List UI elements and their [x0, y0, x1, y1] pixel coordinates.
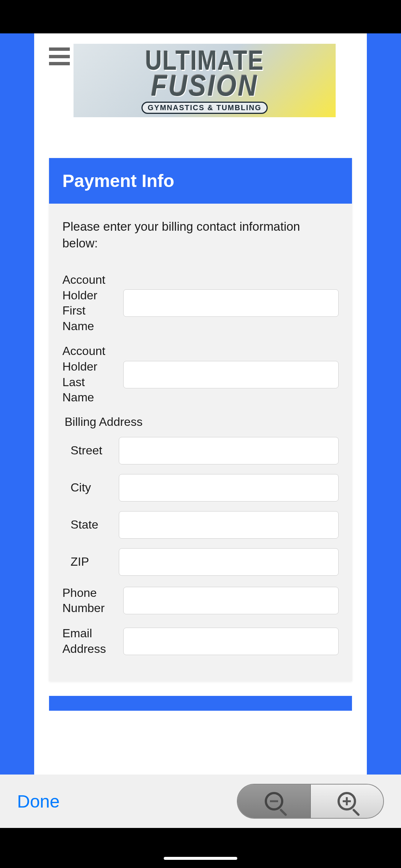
email-label: Email Address: [62, 626, 118, 657]
last-name-label: Account Holder Last Name: [62, 343, 118, 405]
phone-input[interactable]: [123, 587, 339, 614]
logo-text-line2: FUSION: [151, 68, 258, 102]
payment-info-card: Payment Info Please enter your billing c…: [49, 158, 352, 681]
email-input[interactable]: [123, 628, 339, 655]
app-viewport: ULTIMATE FUSION GYMNASTICS & TUMBLING Pa…: [0, 33, 401, 809]
home-indicator[interactable]: [164, 857, 237, 860]
street-input[interactable]: [119, 437, 339, 464]
zip-input[interactable]: [119, 548, 339, 576]
menu-icon[interactable]: [49, 47, 70, 65]
zoom-control: [237, 784, 384, 819]
zoom-out-button[interactable]: [238, 785, 311, 818]
city-label: City: [71, 480, 114, 496]
first-name-label: Account Holder First Name: [62, 272, 118, 334]
zip-label: ZIP: [71, 554, 114, 570]
brand-logo: ULTIMATE FUSION GYMNASTICS & TUMBLING: [74, 44, 336, 117]
status-bar: [0, 0, 401, 33]
last-name-row: Account Holder Last Name: [62, 343, 339, 405]
phone-row: Phone Number: [62, 585, 339, 616]
city-input[interactable]: [119, 474, 339, 502]
zip-row: ZIP: [71, 548, 339, 576]
first-name-row: Account Holder First Name: [62, 272, 339, 334]
billing-address-label: Billing Address: [65, 415, 339, 429]
state-row: State: [71, 511, 339, 539]
zoom-in-button[interactable]: [311, 785, 384, 818]
page-header: ULTIMATE FUSION GYMNASTICS & TUMBLING: [34, 33, 367, 117]
state-label: State: [71, 517, 114, 533]
street-row: Street: [71, 437, 339, 464]
logo-tagline: GYMNASTICS & TUMBLING: [141, 102, 268, 114]
street-label: Street: [71, 443, 114, 458]
zoom-in-icon: [338, 792, 356, 811]
city-row: City: [71, 474, 339, 502]
system-nav-bar: [0, 828, 401, 868]
done-button[interactable]: Done: [17, 791, 60, 812]
card-body: Please enter your billing contact inform…: [49, 204, 352, 681]
zoom-out-icon: [265, 792, 283, 811]
phone-label: Phone Number: [62, 585, 118, 616]
email-row: Email Address: [62, 626, 339, 657]
first-name-input[interactable]: [123, 289, 339, 317]
instruction-text: Please enter your billing contact inform…: [62, 218, 339, 251]
state-input[interactable]: [119, 511, 339, 539]
page-content: ULTIMATE FUSION GYMNASTICS & TUMBLING Pa…: [34, 33, 367, 809]
keyboard-accessory-bar: Done: [0, 775, 401, 828]
card-title: Payment Info: [49, 158, 352, 204]
last-name-input[interactable]: [123, 361, 339, 388]
next-card-peek: [49, 696, 352, 711]
